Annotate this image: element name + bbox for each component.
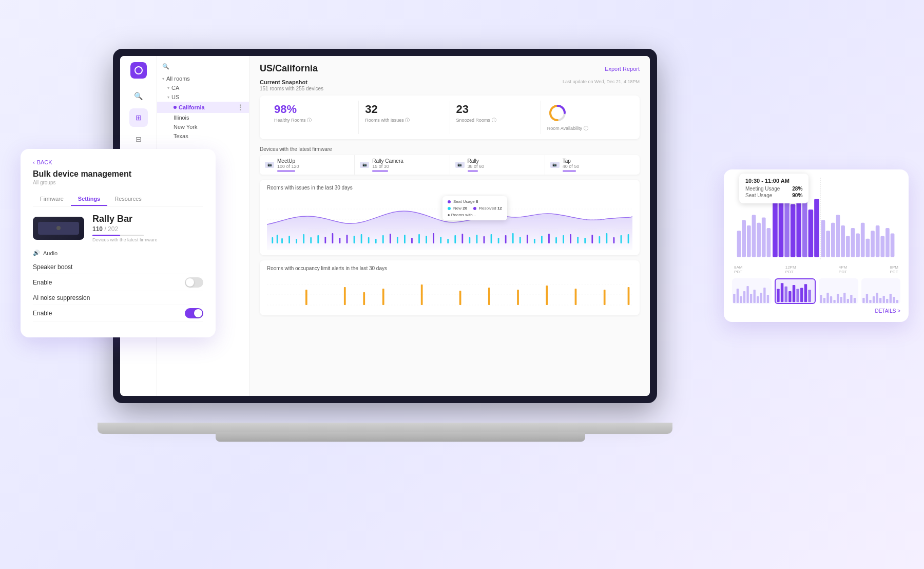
usage-small-1[interactable] bbox=[732, 278, 772, 304]
fw-tab-name: Rally bbox=[468, 158, 485, 164]
device-progress-label: Devices with the latest firmware bbox=[92, 237, 158, 242]
svg-rect-8 bbox=[303, 234, 304, 243]
nav-item-ca[interactable]: ▾ CA bbox=[157, 83, 249, 92]
arrow-icon: ▾ bbox=[162, 77, 164, 81]
usage-small-3[interactable] bbox=[819, 278, 858, 304]
tab-firmware[interactable]: Firmware bbox=[33, 193, 71, 206]
svg-rect-77 bbox=[762, 217, 766, 257]
tooltip-meeting-label: Meeting Usage bbox=[745, 186, 780, 192]
tooltip-new-val: 20 bbox=[463, 206, 467, 211]
svg-rect-104 bbox=[737, 289, 739, 303]
back-button[interactable]: ‹ BACK bbox=[33, 159, 203, 165]
occupancy-chart-section: Rooms with occupancy limit alerts in the… bbox=[260, 260, 640, 315]
svg-rect-98 bbox=[876, 225, 880, 257]
svg-rect-67 bbox=[517, 290, 519, 305]
speaker-boost-toggle[interactable] bbox=[185, 277, 203, 288]
fw-tab-tap[interactable]: 📷 Tap 40 of 50 bbox=[545, 155, 640, 175]
svg-rect-73 bbox=[742, 220, 746, 257]
svg-rect-52 bbox=[621, 235, 622, 243]
firmware-tabs: 📷 MeetUp 100 of 120 📷 Rally Camera bbox=[260, 155, 640, 175]
usage-small-2-selected[interactable] bbox=[775, 278, 816, 304]
metric-label: Healthy Rooms ⓘ bbox=[274, 117, 352, 124]
nav-item-new-york[interactable]: New York bbox=[157, 122, 249, 131]
svg-rect-65 bbox=[459, 291, 461, 305]
nav-item-california[interactable]: California ⋮ bbox=[157, 102, 249, 113]
device-body bbox=[38, 222, 79, 235]
svg-rect-71 bbox=[628, 287, 630, 305]
details-link[interactable]: DETAILS > bbox=[732, 308, 900, 314]
svg-rect-72 bbox=[737, 231, 741, 257]
nav-item-us[interactable]: ▾ US bbox=[157, 92, 249, 102]
audio-label: Audio bbox=[43, 250, 57, 256]
firmware-section: Devices with the latest firmware 📷 MeetU… bbox=[260, 146, 640, 175]
export-report-button[interactable]: Export Report bbox=[605, 66, 640, 72]
sidebar-icon-search[interactable]: 🔍 bbox=[129, 87, 148, 105]
nav-item-illinois[interactable]: Illinois bbox=[157, 113, 249, 122]
svg-rect-89 bbox=[831, 223, 835, 257]
tap-icon: 📷 bbox=[550, 162, 560, 168]
tab-resources[interactable]: Resources bbox=[107, 193, 149, 206]
svg-rect-135 bbox=[865, 294, 868, 303]
nav-search[interactable]: 🔍 bbox=[157, 61, 249, 74]
nav-item-label: All rooms bbox=[166, 75, 190, 82]
nav-item-all-rooms[interactable]: ▾ All rooms bbox=[157, 74, 249, 83]
metric-value: 98% bbox=[274, 103, 352, 116]
svg-rect-137 bbox=[872, 296, 874, 303]
svg-rect-37 bbox=[512, 233, 514, 243]
back-label: BACK bbox=[37, 159, 52, 165]
tooltip-meeting-val: 28% bbox=[792, 186, 802, 192]
svg-rect-101 bbox=[891, 233, 895, 257]
svg-rect-64 bbox=[421, 284, 423, 305]
tooltip-time: 10:30 - 11:00 AM bbox=[745, 178, 802, 184]
chart-issues-tooltip: Seat Usage 8 New 20 Resolved bbox=[442, 196, 507, 220]
purple-dot2 bbox=[473, 207, 476, 210]
device-count-val: 110 bbox=[92, 225, 103, 233]
tooltip-resolved-val: 12 bbox=[497, 206, 502, 211]
nav-item-texas[interactable]: Texas bbox=[157, 131, 249, 141]
svg-rect-113 bbox=[767, 295, 769, 303]
svg-rect-16 bbox=[361, 234, 362, 243]
svg-rect-29 bbox=[454, 235, 456, 243]
svg-rect-119 bbox=[796, 289, 799, 302]
cyan-dot bbox=[448, 207, 451, 210]
svg-rect-10 bbox=[317, 235, 319, 243]
svg-rect-70 bbox=[604, 290, 606, 305]
bulk-device-panel: ‹ BACK Bulk device management All groups… bbox=[21, 149, 216, 337]
metric-value: 32 bbox=[365, 103, 443, 116]
tooltip-seat-row: Seat Usage 90% bbox=[745, 193, 802, 198]
device-firmware-progress bbox=[92, 235, 144, 236]
svg-rect-83 bbox=[796, 196, 801, 257]
svg-rect-129 bbox=[840, 297, 842, 303]
sidebar-icon-grid[interactable]: ⊟ bbox=[129, 130, 148, 148]
app-logo[interactable] bbox=[130, 62, 147, 79]
svg-rect-108 bbox=[750, 294, 752, 303]
usage-small-4[interactable] bbox=[861, 278, 901, 304]
time-label-8am: 8AMPDT bbox=[734, 265, 742, 274]
tab-settings[interactable]: Settings bbox=[71, 193, 107, 206]
nav-item-label: US bbox=[171, 94, 179, 100]
fw-tab-rally[interactable]: 📷 Rally 38 of 60 bbox=[450, 155, 545, 175]
main-header: US/California Export Report bbox=[260, 63, 640, 74]
svg-rect-13 bbox=[339, 238, 341, 243]
svg-rect-140 bbox=[882, 296, 884, 303]
sidebar-icon-dashboard[interactable]: ⊞ bbox=[129, 108, 148, 127]
svg-rect-82 bbox=[791, 204, 796, 257]
metric-snoozed-rooms: 23 Snoozed Rooms ⓘ bbox=[450, 101, 541, 134]
svg-rect-12 bbox=[332, 233, 333, 243]
more-icon[interactable]: ⋮ bbox=[237, 103, 244, 111]
fw-tab-rally-camera[interactable]: 📷 Rally Camera 15 of 30 bbox=[355, 155, 450, 175]
svg-rect-40 bbox=[534, 239, 535, 243]
tooltip-seat-val: 8 bbox=[476, 199, 478, 204]
svg-rect-115 bbox=[780, 283, 783, 302]
svg-rect-139 bbox=[879, 298, 881, 303]
svg-rect-124 bbox=[823, 298, 825, 303]
fw-tab-meetup[interactable]: 📷 MeetUp 100 of 120 bbox=[260, 155, 355, 175]
arrow-icon: ▾ bbox=[167, 86, 169, 90]
usage-time-labels: 8AMPDT 12PMPDT 4PMPDT 8PMPDT bbox=[732, 265, 900, 274]
ai-noise-toggle[interactable] bbox=[185, 308, 203, 318]
arrow-icon: ▾ bbox=[167, 95, 169, 100]
snapshot-sub: 151 rooms with 255 devices bbox=[260, 86, 323, 91]
usage-small-charts[interactable] bbox=[732, 278, 900, 304]
svg-rect-114 bbox=[777, 289, 779, 302]
fw-progress-bar bbox=[372, 170, 388, 172]
